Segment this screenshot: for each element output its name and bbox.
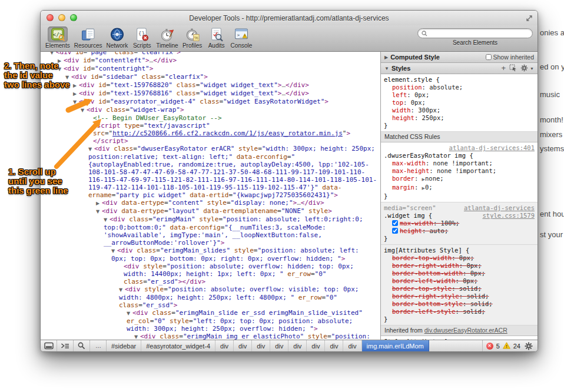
dom-tree-node[interactable]: ▶<div id="text-159768816" class="widget …: [41, 89, 378, 98]
css-property[interactable]: height: auto;: [384, 227, 535, 235]
breadcrumb-item[interactable]: div: [307, 340, 325, 351]
collapse-toggle-icon[interactable]: ▼: [50, 52, 56, 57]
resource-link[interactable]: http://c520866.r66.cf2.rackcdn.com/1/js/…: [112, 129, 343, 137]
inspect-element-icon[interactable]: [509, 64, 517, 73]
css-selector[interactable]: element.style {: [384, 76, 440, 84]
css-selector[interactable]: .dwuserEasyRotator img {: [384, 152, 473, 160]
dom-tree-node[interactable]: ▼<div id="easyrotator_widget-4" class="w…: [41, 98, 378, 106]
computed-style-header[interactable]: ▶ Computed Style Show inherited: [381, 52, 538, 63]
dom-tree-node[interactable]: ▶<div id="contentleft">…</div>: [41, 57, 378, 65]
dom-tree-node[interactable]: <!-- Begin DWUser_EasyRotator -->: [41, 114, 378, 122]
dom-tree-node[interactable]: ▼<div class="dwuserEasyRotator erACR" st…: [41, 145, 378, 199]
stylesheet-link[interactable]: style.css:1579: [482, 212, 535, 220]
breadcrumb-item[interactable]: div: [234, 340, 252, 351]
dom-tree-node[interactable]: ▶<div data-ertype="content" style="displ…: [41, 199, 378, 207]
stylesheet-link[interactable]: atlanta-dj-services: [464, 204, 535, 212]
expand-toggle-icon[interactable]: ▶: [73, 90, 79, 98]
css-property[interactable]: max-width: 100%;: [384, 220, 535, 227]
collapse-toggle-icon[interactable]: ▼: [88, 145, 94, 153]
toolbar-tab-elements[interactable]: </>Elements: [45, 26, 70, 49]
breadcrumb-item[interactable]: #sidebar: [107, 340, 141, 351]
search-icon[interactable]: [74, 340, 90, 351]
dom-tree-node[interactable]: ▼<div class="erimgMain_slides" style="po…: [41, 247, 378, 263]
dom-tree-node[interactable]: ▼<div data-ertype="layout" data-ertempla…: [41, 207, 378, 215]
dom-tree-node[interactable]: ▼<div class="erimgMain" style="position:…: [41, 215, 378, 247]
dom-tree-node[interactable]: ▼<div id="contentright">: [41, 65, 378, 73]
stylesheet-link[interactable]: atlanta-dj-services:401: [449, 144, 535, 151]
dom-tree-node[interactable]: ▼<div id="sidebar" class="clearfix">: [41, 73, 378, 81]
new-style-rule-button[interactable]: +: [501, 65, 506, 71]
dom-tree-node[interactable]: ▼<div style="position: absolute; overflo…: [41, 285, 378, 309]
css-property[interactable]: border-left-width: 0px;: [384, 277, 535, 285]
dom-tree-node[interactable]: <div style="position: absolute; overflow…: [41, 263, 378, 285]
collapse-toggle-icon[interactable]: ▼: [96, 208, 102, 215]
search-input[interactable]: [429, 29, 529, 38]
expand-toggle-icon[interactable]: ▶: [96, 200, 102, 207]
dom-tree-node[interactable]: ▼<div class="erimgMain_img er_elasticPho…: [41, 333, 378, 340]
toolbar-tab-console[interactable]: >_!Console: [231, 26, 253, 49]
dom-tree-node[interactable]: ▶<div id="text-159768820" class="widget …: [41, 81, 378, 89]
console-drawer-icon[interactable]: [57, 340, 74, 351]
breadcrumb-item[interactable]: div: [270, 340, 288, 351]
css-property[interactable]: border-bottom-style: solid;: [384, 300, 535, 308]
expand-toggle-icon[interactable]: ▶: [384, 55, 388, 60]
css-property[interactable]: max-height: none !important;: [384, 167, 535, 175]
elements-tree-panel[interactable]: ▼<div id="page" class="clearfix">▶<div i…: [41, 52, 380, 340]
css-property[interactable]: border-right-width: 0px;: [384, 262, 535, 270]
css-property[interactable]: margin: ▶0;: [384, 184, 535, 192]
dom-tree-node[interactable]: ▼<div id="page" class="clearfix">: [41, 52, 378, 57]
collapse-toggle-icon[interactable]: ▼: [81, 107, 87, 114]
warning-count[interactable]: 24: [513, 343, 520, 350]
css-selector[interactable]: img[Attributes Style] {: [384, 247, 469, 254]
css-property[interactable]: max-width: none !important;: [384, 160, 535, 167]
css-property[interactable]: height: 250px;: [384, 114, 535, 122]
settings-gear-icon[interactable]: [520, 64, 528, 73]
css-selector[interactable]: .widget img {: [384, 212, 432, 220]
styles-header[interactable]: ▼ Styles + ▼: [381, 63, 538, 74]
collapse-toggle-icon[interactable]: ▼: [73, 98, 79, 106]
css-property[interactable]: border-right-style: solid;: [384, 293, 535, 300]
error-count-icon[interactable]: ✕: [486, 343, 493, 350]
toolbar-tab-profiles[interactable]: %Profiles: [183, 26, 203, 49]
breadcrumb-item[interactable]: div: [288, 340, 307, 351]
collapse-toggle-icon[interactable]: ▼: [104, 216, 110, 224]
collapse-toggle-icon[interactable]: ▼: [127, 310, 132, 317]
css-property[interactable]: border-top-width: 0px;: [384, 254, 535, 262]
error-count[interactable]: 5: [496, 343, 500, 350]
breadcrumb-item[interactable]: div: [215, 340, 234, 351]
dock-side-icon[interactable]: [41, 340, 57, 351]
show-inherited-checkbox[interactable]: Show inherited: [486, 54, 534, 61]
toolbar-tab-network[interactable]: Network: [107, 26, 128, 49]
collapse-toggle-icon[interactable]: ▼: [119, 286, 125, 294]
expand-toggle-icon[interactable]: ▶: [73, 82, 79, 89]
collapse-toggle-icon[interactable]: ▼: [134, 333, 140, 340]
zoom-button[interactable]: [70, 14, 77, 21]
css-property[interactable]: left: 0px;: [384, 91, 535, 99]
dom-tree-node[interactable]: <script type="text/javascript" src="http…: [41, 122, 378, 145]
breadcrumb-item[interactable]: div: [343, 340, 361, 351]
title-bar[interactable]: Developer Tools - http://premieratlantad…: [41, 11, 538, 25]
css-property[interactable]: position: absolute;: [384, 84, 535, 91]
minimize-button[interactable]: [58, 14, 65, 21]
close-button[interactable]: [47, 14, 54, 21]
breadcrumb-item[interactable]: div: [325, 340, 343, 351]
css-property[interactable]: width: 300px;: [384, 107, 535, 114]
inherited-node-link[interactable]: div.dwuserEasyRotator.erACR: [424, 327, 507, 334]
dom-tree-node[interactable]: ▼<div class="erimgMain_slide er_ssd erim…: [41, 309, 378, 333]
toolbar-tab-timeline[interactable]: Timeline: [156, 26, 178, 49]
toolbar-tab-scripts[interactable]: {}Scripts: [132, 26, 152, 49]
css-property[interactable]: border: ▶none;: [384, 175, 535, 184]
breadcrumb-item[interactable]: div: [252, 340, 270, 351]
overflow-ellipsis-icon[interactable]: …: [90, 340, 107, 351]
breadcrumb-item[interactable]: img.main.erILdMom: [362, 340, 429, 351]
property-enabled-checkbox[interactable]: [392, 228, 398, 234]
css-property[interactable]: border-top-style: solid;: [384, 285, 535, 293]
settings-gear-icon[interactable]: [523, 342, 534, 350]
warning-count-icon[interactable]: !: [503, 342, 510, 350]
css-property[interactable]: border-left-style: solid;: [384, 308, 535, 315]
toolbar-tab-resources[interactable]: Resources: [74, 26, 102, 49]
css-property[interactable]: top: 0px;: [384, 99, 535, 107]
dom-tree-node[interactable]: ▼<div class="widget-wrap">: [41, 106, 378, 114]
toolbar-tab-audits[interactable]: Audits: [207, 26, 227, 49]
collapse-toggle-icon[interactable]: ▼: [111, 247, 117, 255]
